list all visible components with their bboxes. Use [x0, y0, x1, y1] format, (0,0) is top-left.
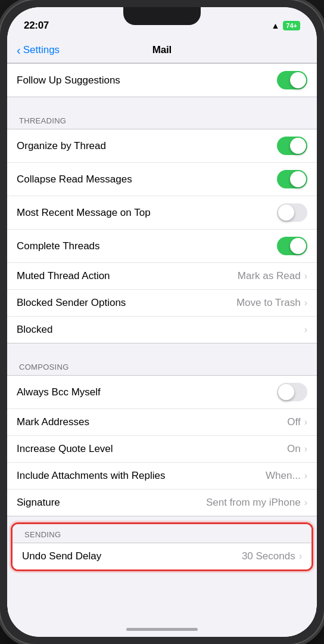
complete-threads-toggle[interactable] — [277, 237, 307, 255]
threading-group: Organize by Thread Collapse Read Message… — [7, 129, 317, 343]
increase-quote-label: Increase Quote Level — [17, 443, 113, 455]
sending-highlight-box: SENDING Undo Send Delay 30 Seconds › — [11, 522, 313, 571]
increase-quote-row[interactable]: Increase Quote Level On › — [7, 436, 317, 463]
blocked-chevron-icon: › — [304, 324, 307, 335]
increase-quote-value: On — [287, 443, 301, 455]
increase-quote-chevron-icon: › — [304, 444, 307, 454]
most-recent-row[interactable]: Most Recent Message on Top — [7, 196, 317, 230]
notch — [123, 7, 201, 25]
page-title: Mail — [152, 44, 172, 56]
include-attachments-chevron-icon: › — [304, 470, 307, 481]
sending-group: Undo Send Delay 30 Seconds › — [13, 543, 311, 569]
complete-threads-label: Complete Threads — [17, 240, 100, 252]
follow-up-label: Follow Up Suggestions — [17, 75, 120, 86]
most-recent-toggle[interactable] — [277, 203, 307, 222]
blocked-right: › — [304, 324, 307, 335]
status-time: 22:07 — [24, 20, 49, 32]
battery-badge: 74+ — [283, 21, 300, 30]
include-attachments-row[interactable]: Include Attachments with Replies When...… — [7, 463, 317, 490]
status-icons: ▲ 74+ — [271, 21, 300, 30]
muted-thread-chevron-icon: › — [304, 271, 307, 281]
signature-right: Sent from my iPhone › — [206, 497, 307, 509]
most-recent-label: Most Recent Message on Top — [17, 207, 151, 219]
screen: 22:07 ▲ 74+ ‹ Settings Mail Fo — [7, 7, 317, 637]
undo-send-value: 30 Seconds — [242, 550, 295, 562]
signature-label: Signature — [17, 497, 60, 509]
undo-send-chevron-icon: › — [299, 551, 302, 562]
signature-chevron-icon: › — [304, 497, 307, 508]
always-bcc-toggle[interactable] — [277, 383, 307, 401]
collapse-read-label: Collapse Read Messages — [17, 174, 132, 185]
blocked-sender-label: Blocked Sender Options — [17, 297, 126, 309]
undo-send-row[interactable]: Undo Send Delay 30 Seconds › — [13, 543, 311, 569]
muted-thread-label: Muted Thread Action — [17, 270, 110, 282]
content-scroll[interactable]: Follow Up Suggestions THREADING Organize… — [7, 63, 317, 637]
blocked-sender-row[interactable]: Blocked Sender Options Move to Trash › — [7, 290, 317, 317]
increase-quote-right: On › — [287, 443, 307, 455]
threading-header: THREADING — [7, 103, 317, 129]
always-bcc-label: Always Bcc Myself — [17, 386, 101, 398]
blocked-sender-chevron-icon: › — [304, 298, 307, 308]
blocked-row[interactable]: Blocked › — [7, 317, 317, 343]
back-label: Settings — [23, 44, 60, 56]
composing-group: Always Bcc Myself Mark Addresses Off › — [7, 375, 317, 516]
mark-addresses-right: Off › — [287, 416, 307, 428]
mark-addresses-label: Mark Addresses — [17, 416, 89, 428]
muted-thread-value: Mark as Read — [238, 270, 301, 282]
back-button[interactable]: ‹ Settings — [17, 44, 60, 56]
home-indicator — [126, 628, 198, 631]
blocked-label: Blocked — [17, 324, 52, 336]
organize-by-thread-row[interactable]: Organize by Thread — [7, 129, 317, 163]
sending-wrapper: SENDING Undo Send Delay 30 Seconds › — [7, 522, 317, 571]
collapse-read-toggle[interactable] — [277, 170, 307, 188]
phone-inner: 22:07 ▲ 74+ ‹ Settings Mail Fo — [7, 7, 317, 637]
toggle-thumb — [290, 72, 306, 88]
blocked-sender-right: Move to Trash › — [236, 297, 307, 309]
mark-addresses-row[interactable]: Mark Addresses Off › — [7, 409, 317, 436]
sending-header: SENDING — [13, 524, 311, 543]
muted-thread-row[interactable]: Muted Thread Action Mark as Read › — [7, 263, 317, 290]
include-attachments-label: Include Attachments with Replies — [17, 470, 165, 482]
bottom-spacer — [7, 577, 317, 601]
include-attachments-value: When... — [266, 470, 301, 482]
organize-by-thread-toggle[interactable] — [277, 137, 307, 155]
follow-up-row[interactable]: Follow Up Suggestions — [7, 64, 317, 97]
signature-row[interactable]: Signature Sent from my iPhone › — [7, 490, 317, 516]
phone-frame: 22:07 ▲ 74+ ‹ Settings Mail Fo — [0, 0, 324, 644]
wifi-icon: ▲ — [271, 21, 279, 30]
always-bcc-row[interactable]: Always Bcc Myself — [7, 376, 317, 409]
nav-bar: ‹ Settings Mail — [7, 37, 317, 63]
mark-addresses-value: Off — [287, 416, 300, 428]
blocked-sender-value: Move to Trash — [236, 297, 301, 309]
undo-send-right: 30 Seconds › — [242, 550, 302, 562]
back-chevron-icon: ‹ — [17, 44, 21, 56]
muted-thread-right: Mark as Read › — [238, 270, 307, 282]
collapse-read-row[interactable]: Collapse Read Messages — [7, 163, 317, 196]
composing-header: COMPOSING — [7, 349, 317, 375]
follow-up-group: Follow Up Suggestions — [7, 63, 317, 97]
follow-up-toggle[interactable] — [277, 71, 307, 89]
signature-value: Sent from my iPhone — [206, 497, 301, 509]
complete-threads-row[interactable]: Complete Threads — [7, 230, 317, 263]
organize-by-thread-label: Organize by Thread — [17, 140, 106, 152]
undo-send-label: Undo Send Delay — [22, 550, 101, 562]
include-attachments-right: When... › — [266, 470, 307, 482]
mark-addresses-chevron-icon: › — [304, 417, 307, 428]
